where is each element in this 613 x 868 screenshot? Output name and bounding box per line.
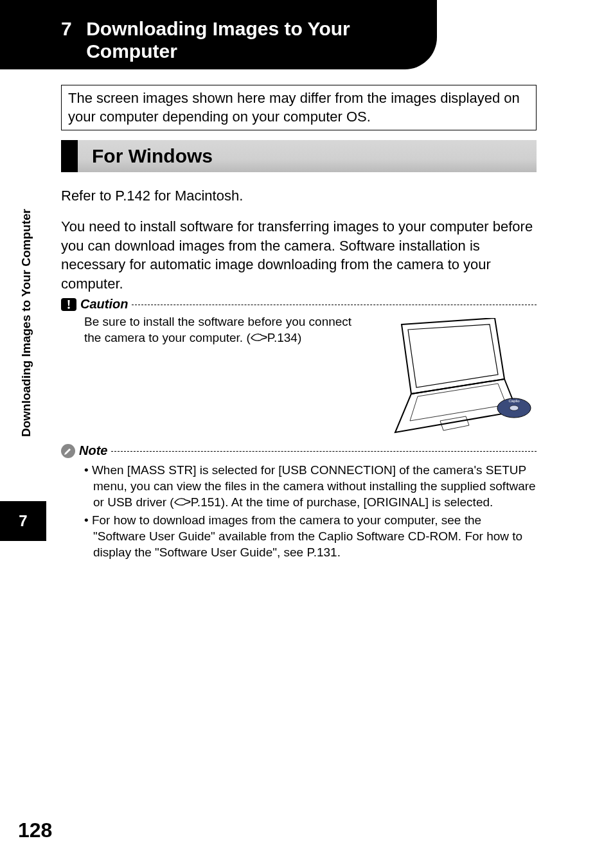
note-list: When [MASS STR] is selected for [USB CON… <box>84 462 537 560</box>
side-tab: Downloading Images to Your Computer 7 <box>0 209 46 437</box>
section-heading: For Windows <box>61 140 537 172</box>
svg-point-2 <box>510 405 519 411</box>
page-number: 128 <box>18 819 52 842</box>
notice-box: The screen images shown here may differ … <box>61 85 537 130</box>
note-block: Note When [MASS STR] is selected for [US… <box>61 443 537 562</box>
note-dashes <box>111 451 537 452</box>
note-item: For how to download images from the came… <box>84 512 537 560</box>
section-heading-text: For Windows <box>92 145 213 166</box>
note-item-ref: P.151). At the time of purchase, [ORIGIN… <box>191 495 493 509</box>
side-tab-number: 7 <box>0 501 46 541</box>
chapter-number: 7 <box>61 18 72 40</box>
hand-reference-icon <box>174 497 191 508</box>
notice-text: The screen images shown here may differ … <box>68 90 520 125</box>
svg-point-0 <box>67 306 70 309</box>
note-label: Note <box>79 443 107 458</box>
chapter-title: Downloading Images to Your Computer <box>86 18 407 62</box>
caution-label-row: Caution <box>61 297 537 312</box>
hand-reference-icon <box>251 333 267 343</box>
exclamation-icon <box>61 298 76 311</box>
note-label-row: Note <box>61 443 537 458</box>
caution-dashes <box>132 305 537 305</box>
side-tab-text: Downloading Images to Your Computer <box>19 209 33 437</box>
svg-text:Caplio: Caplio <box>508 399 520 403</box>
pencil-note-icon <box>61 444 75 458</box>
caution-ref: P.134) <box>267 331 302 344</box>
note-item: When [MASS STR] is selected for [USB CON… <box>84 462 537 510</box>
laptop-cd-illustration: Caplio <box>366 318 533 434</box>
caution-body: Be sure to install the software before y… <box>84 314 354 346</box>
note-item-text: For how to download images from the came… <box>92 513 522 559</box>
caution-label: Caution <box>80 297 128 312</box>
refer-paragraph: Refer to P.142 for Macintosh. <box>61 186 537 206</box>
intro-paragraph: You need to install software for transfe… <box>61 217 537 294</box>
caution-text: Be sure to install the software before y… <box>84 315 351 344</box>
chapter-header: 7 Downloading Images to Your Computer <box>0 0 437 69</box>
